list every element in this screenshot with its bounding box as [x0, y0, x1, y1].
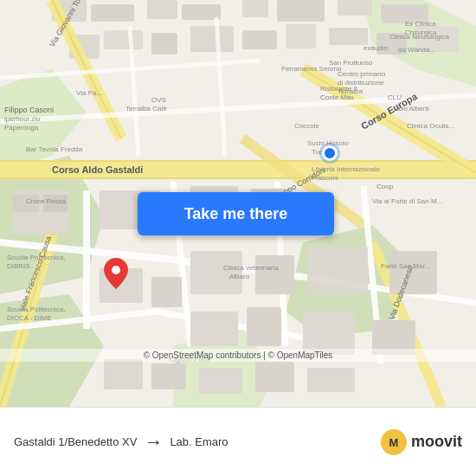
svg-text:exàudio: exàudio: [363, 44, 389, 52]
moovit-logo-text: moovit: [411, 433, 462, 451]
svg-rect-16: [104, 30, 143, 49]
svg-rect-9: [147, 0, 177, 19]
route-from-label: Gastaldi 1/Benedetto XV: [14, 435, 137, 448]
map-attribution: © OpenStreetMap contributors | © OpenMap…: [0, 349, 476, 362]
svg-rect-21: [329, 28, 368, 45]
svg-rect-12: [277, 0, 325, 22]
svg-text:Chirurgica: Chirurgica: [405, 29, 437, 36]
svg-rect-11: [242, 0, 268, 17]
svg-text:Clinica veterinaria: Clinica veterinaria: [223, 264, 279, 272]
svg-text:Coccole: Coccole: [294, 122, 319, 130]
svg-text:Albaro: Albaro: [229, 273, 250, 280]
svg-rect-60: [190, 312, 238, 346]
svg-rect-18: [190, 26, 234, 52]
svg-rect-25: [0, 160, 476, 162]
origin-marker: [322, 145, 338, 161]
svg-text:Croce Rossa: Croce Rossa: [26, 197, 67, 205]
svg-rect-66: [199, 368, 242, 394]
svg-rect-19: [242, 30, 277, 49]
svg-text:M: M: [389, 436, 399, 449]
svg-text:iperhour.zio: iperhour.zio: [4, 115, 41, 123]
svg-rect-57: [389, 251, 437, 294]
map-container: Corso Aldo Gastaldi Corso Europa Via Gio…: [0, 0, 476, 407]
svg-rect-17: [151, 33, 177, 55]
svg-text:CLU: CLU: [388, 93, 402, 101]
svg-text:OVS: OVS: [151, 96, 166, 104]
svg-text:Frasconi: Frasconi: [312, 174, 338, 182]
svg-text:Polo Alberti: Polo Alberti: [394, 105, 429, 113]
svg-point-114: [112, 266, 120, 274]
svg-text:Clinica Oculis...: Clinica Oculis...: [407, 122, 454, 130]
svg-text:DIBRIS: DIBRIS: [7, 262, 30, 270]
svg-rect-68: [307, 368, 355, 392]
destination-marker: [104, 258, 128, 293]
svg-text:Ex Clinica: Ex Clinica: [405, 20, 436, 28]
svg-text:DICCA - DIME: DICCA - DIME: [7, 314, 52, 322]
take-me-there-button[interactable]: Take me there: [138, 192, 334, 235]
svg-rect-8: [91, 4, 134, 22]
svg-text:Scuola Politecnica,: Scuola Politecnica,: [7, 306, 66, 313]
svg-rect-20: [286, 24, 316, 48]
svg-rect-64: [104, 359, 143, 389]
svg-text:Libreria Internazionale: Libreria Internazionale: [312, 165, 381, 173]
svg-text:Coop: Coop: [376, 183, 394, 190]
svg-text:Scuola Politecnica,: Scuola Politecnica,: [7, 254, 66, 261]
moovit-logo: M moovit: [380, 428, 462, 456]
svg-rect-13: [338, 0, 372, 16]
svg-text:Paperooga: Paperooga: [4, 124, 39, 132]
svg-rect-26: [0, 177, 476, 179]
svg-text:Filippo Casoni: Filippo Casoni: [4, 106, 54, 114]
svg-rect-56: [307, 247, 368, 294]
svg-rect-67: [255, 362, 294, 392]
moovit-logo-icon: M: [380, 428, 408, 456]
svg-text:Terralba Cafè: Terralba Cafè: [125, 105, 168, 113]
svg-text:di distribuzione: di distribuzione: [338, 79, 384, 87]
svg-text:Centro primario: Centro primario: [338, 70, 386, 78]
route-from: Gastaldi 1/Benedetto XV: [14, 435, 137, 448]
svg-rect-55: [255, 255, 294, 294]
bottom-navigation-bar: Gastaldi 1/Benedetto XV → Lab. Emaro M m…: [0, 407, 476, 476]
svg-text:Via Pa...: Via Pa...: [76, 89, 102, 97]
svg-text:Terralba: Terralba: [338, 87, 363, 95]
svg-text:da Wanda...: da Wanda...: [398, 46, 435, 54]
svg-rect-61: [247, 307, 281, 346]
svg-rect-59: [151, 277, 182, 307]
svg-text:Corso Aldo Gastaldi: Corso Aldo Gastaldi: [52, 164, 143, 175]
route-to-label: Lab. Emaro: [170, 435, 228, 448]
svg-text:Forte San Mar...: Forte San Mar...: [381, 262, 430, 270]
svg-text:Ferramenta Serena: Ferramenta Serena: [281, 65, 342, 73]
svg-text:Via al Forte di San M...: Via al Forte di San M...: [372, 197, 442, 205]
svg-rect-65: [151, 363, 186, 389]
route-to: Lab. Emaro: [170, 435, 228, 448]
svg-text:Bar Tavola Fredda: Bar Tavola Fredda: [26, 145, 83, 153]
route-arrow: →: [144, 431, 163, 453]
